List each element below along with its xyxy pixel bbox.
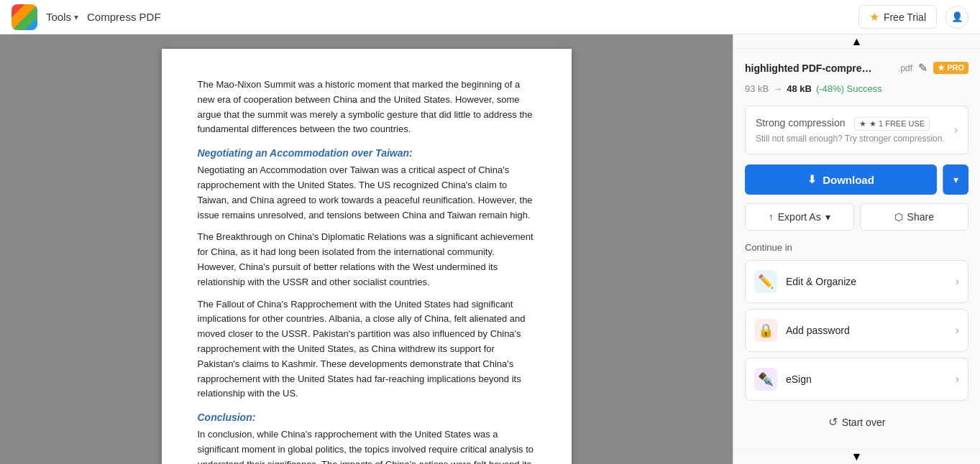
download-button[interactable]: ⬇ Download	[745, 164, 937, 195]
page-title: Compress PDF	[87, 11, 161, 23]
share-label: Share	[907, 211, 934, 223]
export-chevron-icon: ▾	[825, 211, 830, 223]
continue-edit-organize[interactable]: ✏️ Edit & Organize ›	[745, 260, 968, 303]
rename-button[interactable]: ✎	[918, 61, 928, 75]
pdf-para-1: Negotiating an Accommodation over Taiwan…	[198, 163, 536, 223]
action-row: ↑ Export As ▾ ⬡ Share	[745, 203, 968, 231]
size-compressed: 48 kB	[787, 83, 812, 94]
size-reduction: (-48%) Success	[816, 83, 882, 94]
tools-label: Tools	[46, 11, 71, 23]
file-ext: .pdf	[898, 63, 912, 73]
free-use-text: ★ 1 FREE USE	[869, 119, 925, 129]
continue-label: Continue in	[745, 242, 968, 253]
edit-organize-icon: ✏️	[754, 270, 777, 293]
free-trial-label: Free Trial	[884, 11, 926, 23]
app-logo	[12, 4, 37, 30]
edit-organize-label: Edit & Organize	[786, 276, 956, 287]
panel-content: highlighted PDF-compre… .pdf ✎ ★ PRO 93 …	[733, 50, 980, 449]
user-profile-button[interactable]: 👤	[945, 6, 968, 29]
download-icon: ⬇	[807, 173, 817, 186]
compression-sub: Still not small enough? Try stronger com…	[756, 134, 954, 144]
add-password-icon: 🔒	[754, 319, 777, 342]
start-over-button[interactable]: ↺ Start over	[745, 407, 968, 437]
pdf-para-4: In conclusion, while China's rapprocheme…	[198, 427, 536, 464]
pdf-heading-2: Conclusion:	[198, 412, 536, 423]
export-label: Export As	[778, 211, 821, 223]
continue-add-password[interactable]: 🔒 Add password ›	[745, 309, 968, 352]
continue-esign[interactable]: ✒️ eSign ›	[745, 358, 968, 401]
start-over-label: Start over	[842, 417, 886, 428]
main-layout: The Mao-Nixon Summit was a historic mome…	[0, 34, 980, 464]
refresh-icon: ↺	[828, 415, 838, 429]
compression-label: Strong compression	[756, 117, 846, 129]
chevron-down-icon: ▾	[74, 12, 78, 22]
free-trial-button[interactable]: ★ Free Trial	[858, 5, 937, 29]
star-icon: ★	[869, 10, 879, 24]
app-header: Tools ▾ Compress PDF ★ Free Trial 👤	[0, 0, 980, 34]
download-label: Download	[823, 174, 874, 186]
esign-label: eSign	[786, 373, 956, 385]
file-info-row: highlighted PDF-compre… .pdf ✎ ★ PRO	[745, 61, 968, 75]
add-password-label: Add password	[786, 325, 956, 336]
header-left: Tools ▾ Compress PDF	[12, 4, 161, 30]
chevron-up-icon: ▲	[851, 35, 863, 48]
compression-header: Strong compression ★ ★ 1 FREE USE	[756, 116, 954, 131]
pdf-para-2: The Breakthrough on China's Diplomatic R…	[198, 230, 536, 289]
file-name: highlighted PDF-compre…	[745, 62, 892, 74]
pdf-viewer[interactable]: The Mao-Nixon Summit was a historic mome…	[0, 34, 733, 464]
download-row: ⬇ Download ▾	[745, 164, 968, 195]
chevron-right-icon: ›	[956, 324, 959, 337]
pdf-para-3: The Fallout of China's Rapprochement wit…	[198, 297, 536, 402]
free-use-badge: ★ ★ 1 FREE USE	[854, 117, 930, 131]
star-small-icon: ★	[859, 119, 866, 129]
chevron-down-icon: ▾	[953, 174, 958, 185]
chevron-down-icon: ▼	[851, 450, 863, 463]
file-size-row: 93 kB → 48 kB (-48%) Success	[745, 83, 968, 94]
pro-badge: ★ PRO	[933, 62, 968, 74]
share-button[interactable]: ⬡ Share	[860, 203, 969, 231]
pdf-heading-1: Negotiating an Accommodation over Taiwan…	[198, 147, 536, 159]
download-dropdown-button[interactable]: ▾	[943, 164, 968, 195]
size-original: 93 kB	[745, 83, 769, 94]
tools-menu-button[interactable]: Tools ▾	[46, 11, 78, 23]
arrow-icon: →	[773, 83, 782, 94]
pdf-page: The Mao-Nixon Summit was a historic mome…	[162, 49, 572, 464]
chevron-right-icon: ›	[956, 275, 959, 288]
scroll-up-button[interactable]: ▲	[733, 34, 980, 50]
user-icon: 👤	[951, 11, 963, 22]
chevron-right-icon: ›	[956, 373, 959, 386]
export-icon: ↑	[769, 211, 774, 223]
chevron-right-icon: ›	[954, 124, 958, 136]
compression-info: Strong compression ★ ★ 1 FREE USE Still …	[756, 116, 954, 144]
esign-icon: ✒️	[754, 368, 777, 391]
export-button[interactable]: ↑ Export As ▾	[745, 203, 854, 231]
compression-option[interactable]: Strong compression ★ ★ 1 FREE USE Still …	[745, 106, 968, 154]
scroll-down-button[interactable]: ▼	[733, 449, 980, 464]
right-panel: ▲ highlighted PDF-compre… .pdf ✎ ★ PRO 9…	[733, 34, 980, 464]
header-right: ★ Free Trial 👤	[858, 5, 968, 29]
pdf-intro: The Mao-Nixon Summit was a historic mome…	[198, 78, 536, 137]
share-icon: ⬡	[894, 211, 903, 223]
